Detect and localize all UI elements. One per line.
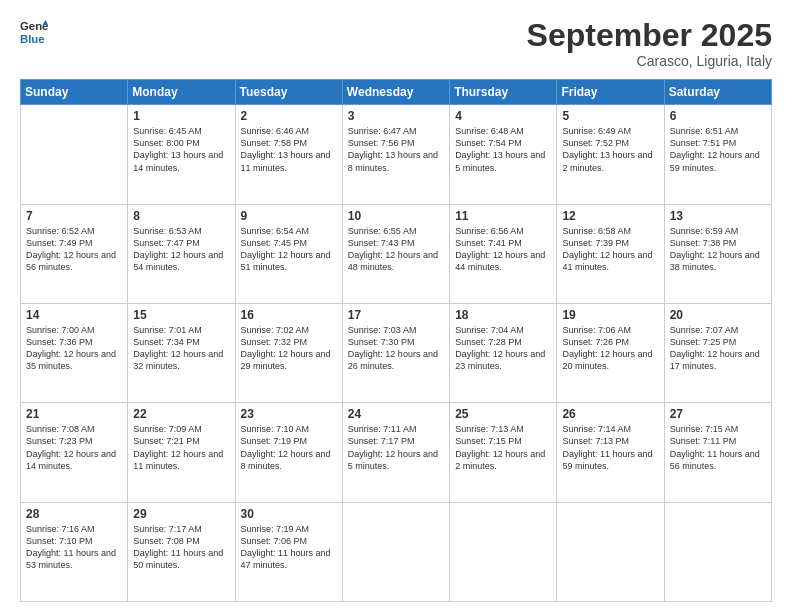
day-number: 10: [348, 209, 444, 223]
col-saturday: Saturday: [664, 80, 771, 105]
header: General Blue September 2025 Carasco, Lig…: [20, 18, 772, 69]
table-row: [342, 502, 449, 601]
table-row: [557, 502, 664, 601]
table-row: 26Sunrise: 7:14 AMSunset: 7:13 PMDayligh…: [557, 403, 664, 502]
table-row: 11Sunrise: 6:56 AMSunset: 7:41 PMDayligh…: [450, 204, 557, 303]
svg-text:Blue: Blue: [20, 33, 45, 45]
col-friday: Friday: [557, 80, 664, 105]
table-row: 14Sunrise: 7:00 AMSunset: 7:36 PMDayligh…: [21, 303, 128, 402]
table-row: 29Sunrise: 7:17 AMSunset: 7:08 PMDayligh…: [128, 502, 235, 601]
table-row: 28Sunrise: 7:16 AMSunset: 7:10 PMDayligh…: [21, 502, 128, 601]
cell-info: Sunrise: 7:11 AMSunset: 7:17 PMDaylight:…: [348, 423, 444, 472]
day-number: 18: [455, 308, 551, 322]
cell-info: Sunrise: 6:52 AMSunset: 7:49 PMDaylight:…: [26, 225, 122, 274]
table-row: 5Sunrise: 6:49 AMSunset: 7:52 PMDaylight…: [557, 105, 664, 204]
cell-info: Sunrise: 6:59 AMSunset: 7:38 PMDaylight:…: [670, 225, 766, 274]
table-row: [664, 502, 771, 601]
table-row: 8Sunrise: 6:53 AMSunset: 7:47 PMDaylight…: [128, 204, 235, 303]
cell-info: Sunrise: 6:53 AMSunset: 7:47 PMDaylight:…: [133, 225, 229, 274]
day-number: 11: [455, 209, 551, 223]
day-number: 19: [562, 308, 658, 322]
cell-info: Sunrise: 7:13 AMSunset: 7:15 PMDaylight:…: [455, 423, 551, 472]
cell-info: Sunrise: 6:45 AMSunset: 8:00 PMDaylight:…: [133, 125, 229, 174]
title-block: September 2025 Carasco, Liguria, Italy: [527, 18, 772, 69]
day-number: 3: [348, 109, 444, 123]
cell-info: Sunrise: 6:54 AMSunset: 7:45 PMDaylight:…: [241, 225, 337, 274]
day-number: 24: [348, 407, 444, 421]
cell-info: Sunrise: 7:15 AMSunset: 7:11 PMDaylight:…: [670, 423, 766, 472]
cell-info: Sunrise: 6:58 AMSunset: 7:39 PMDaylight:…: [562, 225, 658, 274]
cell-info: Sunrise: 6:47 AMSunset: 7:56 PMDaylight:…: [348, 125, 444, 174]
table-row: 7Sunrise: 6:52 AMSunset: 7:49 PMDaylight…: [21, 204, 128, 303]
cell-info: Sunrise: 6:49 AMSunset: 7:52 PMDaylight:…: [562, 125, 658, 174]
cell-info: Sunrise: 6:56 AMSunset: 7:41 PMDaylight:…: [455, 225, 551, 274]
header-row: Sunday Monday Tuesday Wednesday Thursday…: [21, 80, 772, 105]
cell-info: Sunrise: 7:14 AMSunset: 7:13 PMDaylight:…: [562, 423, 658, 472]
table-row: 30Sunrise: 7:19 AMSunset: 7:06 PMDayligh…: [235, 502, 342, 601]
table-row: 16Sunrise: 7:02 AMSunset: 7:32 PMDayligh…: [235, 303, 342, 402]
table-row: 6Sunrise: 6:51 AMSunset: 7:51 PMDaylight…: [664, 105, 771, 204]
table-row: 23Sunrise: 7:10 AMSunset: 7:19 PMDayligh…: [235, 403, 342, 502]
cell-info: Sunrise: 7:10 AMSunset: 7:19 PMDaylight:…: [241, 423, 337, 472]
day-number: 6: [670, 109, 766, 123]
table-row: 13Sunrise: 6:59 AMSunset: 7:38 PMDayligh…: [664, 204, 771, 303]
day-number: 16: [241, 308, 337, 322]
calendar-table: Sunday Monday Tuesday Wednesday Thursday…: [20, 79, 772, 602]
day-number: 12: [562, 209, 658, 223]
table-row: 17Sunrise: 7:03 AMSunset: 7:30 PMDayligh…: [342, 303, 449, 402]
col-tuesday: Tuesday: [235, 80, 342, 105]
day-number: 17: [348, 308, 444, 322]
day-number: 9: [241, 209, 337, 223]
day-number: 13: [670, 209, 766, 223]
cell-info: Sunrise: 7:04 AMSunset: 7:28 PMDaylight:…: [455, 324, 551, 373]
table-row: 22Sunrise: 7:09 AMSunset: 7:21 PMDayligh…: [128, 403, 235, 502]
cell-info: Sunrise: 6:55 AMSunset: 7:43 PMDaylight:…: [348, 225, 444, 274]
table-row: [450, 502, 557, 601]
table-row: 1Sunrise: 6:45 AMSunset: 8:00 PMDaylight…: [128, 105, 235, 204]
table-row: [21, 105, 128, 204]
table-row: 10Sunrise: 6:55 AMSunset: 7:43 PMDayligh…: [342, 204, 449, 303]
day-number: 4: [455, 109, 551, 123]
cell-info: Sunrise: 7:16 AMSunset: 7:10 PMDaylight:…: [26, 523, 122, 572]
day-number: 1: [133, 109, 229, 123]
day-number: 28: [26, 507, 122, 521]
cell-info: Sunrise: 7:07 AMSunset: 7:25 PMDaylight:…: [670, 324, 766, 373]
table-row: 18Sunrise: 7:04 AMSunset: 7:28 PMDayligh…: [450, 303, 557, 402]
cell-info: Sunrise: 7:08 AMSunset: 7:23 PMDaylight:…: [26, 423, 122, 472]
cell-info: Sunrise: 6:51 AMSunset: 7:51 PMDaylight:…: [670, 125, 766, 174]
cell-info: Sunrise: 7:09 AMSunset: 7:21 PMDaylight:…: [133, 423, 229, 472]
cell-info: Sunrise: 7:02 AMSunset: 7:32 PMDaylight:…: [241, 324, 337, 373]
table-row: 25Sunrise: 7:13 AMSunset: 7:15 PMDayligh…: [450, 403, 557, 502]
logo-icon: General Blue: [20, 18, 48, 46]
col-thursday: Thursday: [450, 80, 557, 105]
day-number: 26: [562, 407, 658, 421]
table-row: 27Sunrise: 7:15 AMSunset: 7:11 PMDayligh…: [664, 403, 771, 502]
col-monday: Monday: [128, 80, 235, 105]
day-number: 25: [455, 407, 551, 421]
table-row: 15Sunrise: 7:01 AMSunset: 7:34 PMDayligh…: [128, 303, 235, 402]
day-number: 30: [241, 507, 337, 521]
table-row: 9Sunrise: 6:54 AMSunset: 7:45 PMDaylight…: [235, 204, 342, 303]
day-number: 23: [241, 407, 337, 421]
table-row: 24Sunrise: 7:11 AMSunset: 7:17 PMDayligh…: [342, 403, 449, 502]
day-number: 20: [670, 308, 766, 322]
day-number: 2: [241, 109, 337, 123]
table-row: 3Sunrise: 6:47 AMSunset: 7:56 PMDaylight…: [342, 105, 449, 204]
cell-info: Sunrise: 7:03 AMSunset: 7:30 PMDaylight:…: [348, 324, 444, 373]
cell-info: Sunrise: 7:19 AMSunset: 7:06 PMDaylight:…: [241, 523, 337, 572]
location-subtitle: Carasco, Liguria, Italy: [527, 53, 772, 69]
day-number: 8: [133, 209, 229, 223]
day-number: 5: [562, 109, 658, 123]
table-row: 12Sunrise: 6:58 AMSunset: 7:39 PMDayligh…: [557, 204, 664, 303]
day-number: 21: [26, 407, 122, 421]
cell-info: Sunrise: 6:46 AMSunset: 7:58 PMDaylight:…: [241, 125, 337, 174]
month-title: September 2025: [527, 18, 772, 53]
day-number: 7: [26, 209, 122, 223]
table-row: 19Sunrise: 7:06 AMSunset: 7:26 PMDayligh…: [557, 303, 664, 402]
table-row: 20Sunrise: 7:07 AMSunset: 7:25 PMDayligh…: [664, 303, 771, 402]
col-wednesday: Wednesday: [342, 80, 449, 105]
day-number: 14: [26, 308, 122, 322]
day-number: 15: [133, 308, 229, 322]
svg-text:General: General: [20, 20, 48, 32]
table-row: 21Sunrise: 7:08 AMSunset: 7:23 PMDayligh…: [21, 403, 128, 502]
